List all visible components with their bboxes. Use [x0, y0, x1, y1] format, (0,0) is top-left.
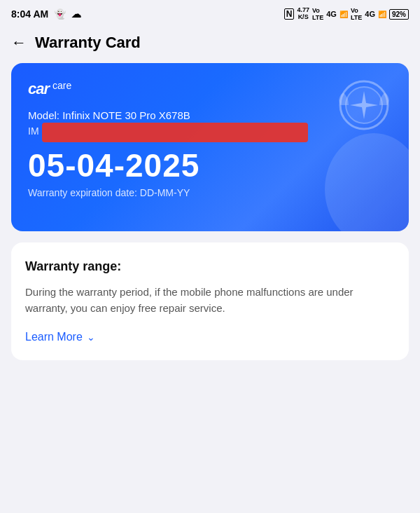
battery-level: 92: [392, 11, 400, 18]
signal-bars-1: 📶: [340, 11, 348, 18]
warranty-info-section: Warranty range: During the warranty peri…: [11, 242, 409, 360]
snapchat-icon: 👻: [54, 8, 66, 20]
page-header: ← Warranty Card: [0, 25, 420, 63]
status-bar: 8:04 AM 👻 ☁ N 4.77K/S VoLTE 4G 📶 VoLTE 4…: [0, 0, 420, 25]
signal-4g-1: 4G: [326, 10, 337, 18]
signal-4g-2: 4G: [365, 10, 375, 18]
logo-text: car: [28, 80, 49, 98]
imei-prefix: IM: [28, 125, 39, 137]
cloud-icon: ☁: [71, 8, 81, 20]
status-icons-area: N 4.77K/S VoLTE 4G 📶 VoLTE 4G 📶 92%: [284, 7, 409, 21]
status-time: 8:04 AM: [11, 8, 48, 20]
page-title: Warranty Card: [35, 34, 141, 52]
back-button[interactable]: ←: [11, 34, 27, 52]
warranty-range-title: Warranty range:: [25, 259, 395, 274]
speed-indicator: 4.77K/S: [297, 7, 309, 21]
vo-lte-2: VoLTE: [351, 7, 362, 21]
learn-more-button[interactable]: Learn More: [25, 331, 83, 343]
imei-redaction: [42, 123, 308, 142]
battery-indicator: 92%: [389, 9, 409, 20]
chevron-down-icon: ⌄: [87, 331, 95, 343]
model-label: Model:: [28, 109, 59, 121]
signal-bars-2: 📶: [378, 11, 386, 18]
learn-more-row[interactable]: Learn More ⌄: [25, 331, 395, 343]
model-value: Infinix NOTE 30 Pro X678B: [62, 109, 190, 121]
card-imei-row: IM: [28, 125, 392, 137]
warranty-range-description: During the warranty period, if the mobil…: [25, 284, 395, 317]
logo-care: care: [52, 80, 71, 91]
card-bg-decoration: [325, 133, 409, 231]
warranty-card: car care Model: Infinix NOTE 30 Pro X678…: [11, 63, 409, 231]
nfc-icon: N: [284, 8, 295, 20]
shield-icon: [336, 77, 392, 133]
status-time-area: 8:04 AM 👻 ☁: [11, 8, 81, 20]
vo-lte-1: VoLTE: [312, 7, 323, 21]
